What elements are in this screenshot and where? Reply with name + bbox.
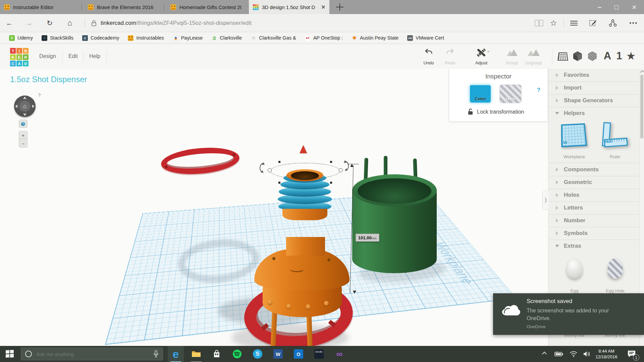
height-arrow-handle[interactable] <box>300 145 307 153</box>
zoom-in-button[interactable]: + <box>19 131 28 139</box>
favorites-star-icon[interactable]: ★ <box>625 49 637 63</box>
rotate-left-icon[interactable] <box>15 105 17 108</box>
scale-handle[interactable] <box>268 168 272 172</box>
taskbar-visual-studio-button[interactable]: ∞ <box>331 346 347 362</box>
menu-help[interactable]: Help <box>89 44 100 69</box>
back-icon[interactable]: ← <box>3 14 16 32</box>
taskbar-outlook-button[interactable]: O <box>290 346 307 362</box>
extra-egg-item[interactable] <box>567 258 582 279</box>
sidebar-section-number[interactable]: Number <box>548 214 640 227</box>
dispenser-body-shape[interactable] <box>252 132 352 320</box>
tray-wifi-icon[interactable] <box>567 346 580 362</box>
taskbar-spotify-button[interactable] <box>229 346 245 362</box>
zoom-out-button[interactable]: − <box>19 139 28 147</box>
action-center-button[interactable]: 1 <box>623 346 640 362</box>
lock-transformation-control[interactable]: Lock transformation <box>468 108 524 115</box>
cortana-search-box[interactable] <box>21 348 163 360</box>
sidebar-section-letters[interactable]: Letters <box>548 201 640 215</box>
scale-handle[interactable] <box>339 168 343 172</box>
view-help-mark[interactable]: ? <box>38 92 41 98</box>
tray-battery-icon[interactable] <box>552 346 566 362</box>
letters-shortcut-icon[interactable]: A <box>602 49 613 63</box>
sidebar-section-symbols[interactable]: Symbols <box>548 227 640 240</box>
sidebar-section-holes[interactable]: Holes <box>548 189 640 202</box>
scroll-up-icon[interactable] <box>640 70 644 75</box>
refresh-icon[interactable]: ↻ <box>43 14 56 32</box>
sidebar-section-geometric[interactable]: Geometric <box>548 176 640 189</box>
helper-ruler-item[interactable]: mm <box>601 122 630 149</box>
sidebar-section-shape-generators[interactable]: Shape Generators <box>548 94 640 107</box>
hole-cube-icon[interactable] <box>586 49 598 63</box>
sidebar-section-extras[interactable]: Extras <box>548 240 640 252</box>
extra-egg-hole-item[interactable] <box>607 258 623 279</box>
corner-handle[interactable] <box>278 182 280 184</box>
share-icon[interactable] <box>608 19 617 27</box>
rotate-handle-left[interactable] <box>256 162 266 173</box>
web-note-icon[interactable] <box>589 19 597 27</box>
helper-workplane-item[interactable]: w <box>561 123 588 148</box>
favorite-star-icon[interactable]: ☆ <box>547 14 560 32</box>
window-close-button[interactable] <box>626 0 643 14</box>
color-swatch-button[interactable]: Color <box>469 84 491 103</box>
bookmark-instructables[interactable]: Instructables <box>123 32 168 44</box>
tab-brave-elements[interactable]: Brave the Elements 2016 <box>84 0 163 14</box>
window-maximize-button[interactable] <box>608 0 625 14</box>
menu-design[interactable]: Design <box>39 44 56 69</box>
sidebar-section-import[interactable]: Import <box>548 81 640 95</box>
fit-view-button[interactable] <box>19 120 28 128</box>
tinkercad-logo[interactable]: T I N K E R C A D <box>10 48 29 66</box>
taskbar-edge-button[interactable]: e <box>168 346 184 362</box>
workplane-toggle-icon[interactable] <box>557 49 569 63</box>
red-ring-shape[interactable] <box>160 145 240 177</box>
dimension-label[interactable]: 101.00mm <box>356 234 379 242</box>
bookmark-clarksville-gas[interactable]: ☆ Clarksville Gas & <box>246 32 300 44</box>
rotate-up-icon[interactable] <box>23 97 26 99</box>
taskbar-kindle-button[interactable]: kindle <box>311 346 327 362</box>
menu-edit[interactable]: Edit <box>68 44 78 69</box>
bookmark-austin-peay[interactable]: ✱ Austin Peay State <box>347 32 403 44</box>
microphone-icon[interactable] <box>153 350 159 358</box>
reading-view-icon[interactable] <box>535 19 543 27</box>
search-input[interactable] <box>36 351 138 357</box>
view-home-icon[interactable]: ⌂ <box>19 101 30 112</box>
tray-show-hidden-icons[interactable] <box>538 346 551 362</box>
tab-3d-design-active[interactable]: 3D design 1.5oz Shot D <box>249 0 329 14</box>
solid-cube-icon[interactable] <box>572 49 584 63</box>
new-tab-button[interactable] <box>336 3 343 11</box>
scrollbar-thumb[interactable] <box>640 75 643 138</box>
bookmark-udemy[interactable]: U Udemy <box>5 32 37 44</box>
rotate-down-icon[interactable] <box>23 114 26 116</box>
home-icon[interactable]: ⌂ <box>63 14 76 32</box>
bookmark-vmware[interactable]: vm VMware Cert <box>403 32 448 44</box>
start-button[interactable] <box>2 346 18 362</box>
hole-swatch-button[interactable]: Hole <box>499 84 522 103</box>
taskbar-store-button[interactable] <box>209 346 225 362</box>
window-minimize-button[interactable] <box>591 0 608 14</box>
number-shortcut-icon[interactable]: 1 <box>614 49 624 63</box>
sidebar-collapse-handle[interactable]: ) <box>542 190 549 210</box>
green-cup-shape[interactable] <box>352 156 438 277</box>
bookmark-stackskills[interactable]: ≡ StackSkills <box>37 32 78 44</box>
corner-handle[interactable] <box>330 182 332 184</box>
hub-icon[interactable] <box>570 21 578 25</box>
sidebar-section-components[interactable]: Components <box>548 163 640 176</box>
inspector-help-mark[interactable]: ? <box>537 87 540 93</box>
bookmark-ap-onestop[interactable]: AP AP OneStop : <box>301 32 347 44</box>
tray-clock[interactable]: 8:44 AM 12/18/2016 <box>591 348 622 360</box>
tab-close-icon[interactable] <box>321 5 325 9</box>
bookmark-clarksville[interactable]: S Clarksville <box>207 32 246 44</box>
rotate-right-icon[interactable] <box>32 105 35 108</box>
tab-homemade-gifts[interactable]: Homemade Gifts Contest 20 <box>166 0 246 14</box>
more-actions-icon[interactable]: ⋯ <box>627 14 640 32</box>
corner-handle[interactable] <box>330 161 332 163</box>
onedrive-toast[interactable]: Screenshot saved The screenshot was adde… <box>493 293 644 335</box>
tab-instructable-editor[interactable]: Instructable Editor <box>0 0 79 14</box>
url-field[interactable]: tinkercad.com/things/klwZF4Pvqi5-15oz-sh… <box>101 14 252 32</box>
taskbar-word-button[interactable]: W <box>270 346 286 362</box>
corner-handle[interactable] <box>278 161 280 163</box>
bookmark-paylease[interactable]: PayLease <box>168 32 207 44</box>
taskbar-skype-button[interactable]: S <box>250 346 266 362</box>
sidebar-section-helpers[interactable]: Helpers <box>548 107 640 120</box>
view-navigation-pad[interactable]: ⌂ <box>14 96 36 117</box>
undo-button[interactable]: Undo <box>417 48 440 65</box>
